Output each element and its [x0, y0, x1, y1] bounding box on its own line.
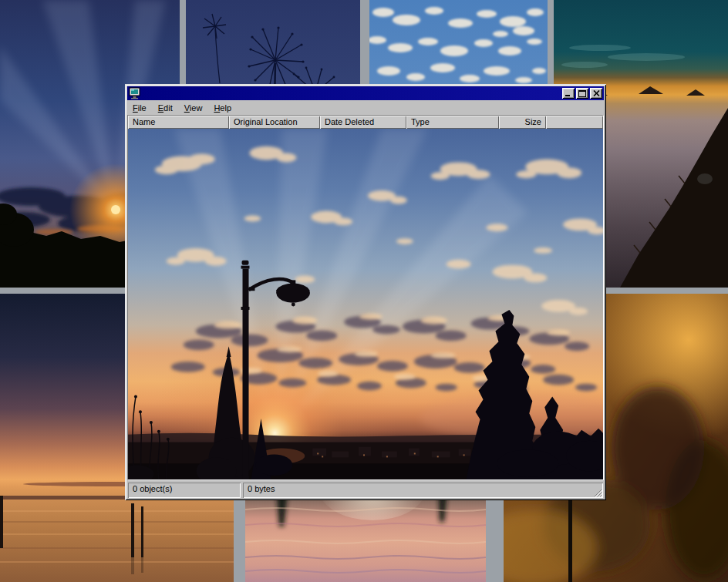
status-bar: 0 object(s) 0 bytes	[127, 480, 604, 498]
status-byte-count: 0 bytes	[243, 483, 603, 498]
menu-bar: File Edit View Help	[127, 100, 604, 115]
menu-edit-mnemonic: E	[158, 103, 163, 113]
column-header-name[interactable]: Name	[128, 116, 229, 129]
recycle-bin-window: File Edit View Help Name Original Locati…	[125, 84, 606, 500]
menu-edit[interactable]: Edit	[153, 102, 177, 114]
list-view-frame: Name Original Location Date Deleted Type…	[127, 115, 604, 480]
minimize-button[interactable]	[562, 88, 575, 99]
maximize-icon	[578, 90, 586, 97]
menu-edit-label: dit	[163, 103, 173, 113]
menu-file[interactable]: File	[128, 102, 151, 114]
column-header-original-location[interactable]: Original Location	[229, 116, 320, 129]
minimize-icon	[565, 90, 572, 97]
column-header-date-deleted[interactable]: Date Deleted	[320, 116, 406, 129]
maximize-button[interactable]	[576, 88, 588, 99]
menu-view-mnemonic: V	[184, 103, 190, 113]
desktop: File Edit View Help Name Original Locati…	[0, 0, 728, 582]
title-bar[interactable]	[127, 86, 604, 100]
sunset-streetlamp-photo	[128, 129, 603, 479]
computer-icon[interactable]	[129, 87, 141, 99]
close-button[interactable]	[590, 88, 602, 99]
menu-file-label: ile	[138, 103, 147, 113]
menu-help[interactable]: Help	[209, 102, 236, 114]
column-header-size[interactable]: Size	[499, 116, 546, 129]
menu-view[interactable]: View	[180, 102, 207, 114]
menu-view-label: iew	[190, 103, 203, 113]
column-header-type[interactable]: Type	[406, 116, 499, 129]
menu-file-mnemonic: F	[133, 103, 138, 113]
list-view[interactable]	[128, 129, 603, 479]
close-icon	[593, 90, 600, 96]
column-header-row: Name Original Location Date Deleted Type…	[128, 116, 603, 129]
column-header-empty[interactable]	[546, 116, 603, 129]
resize-grip[interactable]	[592, 487, 602, 497]
menu-help-label: elp	[220, 103, 231, 113]
status-object-count: 0 object(s)	[128, 483, 241, 498]
